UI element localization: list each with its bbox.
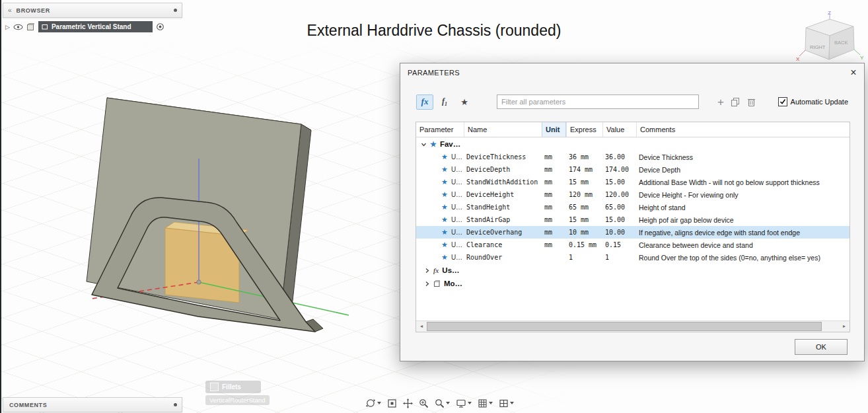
activate-component-radio-icon[interactable]	[156, 22, 164, 31]
table-row-selected[interactable]: ★U… DeviceOverhang mm 10 mm 10.00 If neg…	[416, 226, 850, 239]
param-comment[interactable]: Height of stand	[636, 204, 850, 211]
col-header-name[interactable]: Name	[464, 122, 542, 137]
dialog-title: PARAMETERS	[408, 69, 460, 77]
filter-parameters-input[interactable]	[497, 94, 699, 109]
browser-panel-header[interactable]: « BROWSER	[3, 3, 182, 18]
favorite-star-icon[interactable]: ★	[441, 216, 448, 223]
favorite-star-icon[interactable]: ★	[441, 191, 448, 198]
param-expression[interactable]: 120 mm	[566, 191, 602, 198]
copy-icon[interactable]	[731, 97, 741, 107]
table-row[interactable]: ★U… StandHeight mm 65 mm 65.00 Height of…	[416, 201, 850, 213]
visibility-eye-icon[interactable]	[13, 24, 23, 30]
favorite-star-icon[interactable]: ★	[441, 229, 448, 236]
param-comment[interactable]: Additional Base Width - will not go belo…	[636, 178, 850, 186]
zoom-button[interactable]	[419, 398, 429, 408]
param-comment[interactable]: Device Thickness	[636, 153, 850, 161]
param-expression[interactable]: 10 mm	[566, 229, 602, 236]
dropdown-caret-icon	[489, 402, 493, 404]
checkbox-checked-icon[interactable]	[778, 97, 787, 106]
table-row[interactable]: ★U… StandAirGap mm 15 mm 15.00 Heigh pof…	[416, 213, 850, 226]
row-type: U…	[451, 204, 462, 211]
favorite-star-icon[interactable]: ★	[441, 204, 448, 211]
tree-expand-icon[interactable]: ▷	[5, 24, 10, 30]
param-expression[interactable]: 174 mm	[566, 166, 602, 173]
panel-handle-icon[interactable]	[174, 403, 177, 406]
param-comment[interactable]: Device Height - For viewing only	[636, 191, 850, 199]
row-type: U…	[451, 166, 462, 173]
param-expression[interactable]: 15 mm	[566, 216, 602, 223]
favorite-star-icon[interactable]: ★	[441, 178, 448, 186]
group-row-model-parameters[interactable]: Mo…	[416, 277, 850, 290]
param-expression[interactable]: 1	[566, 254, 602, 261]
param-expression[interactable]: 15 mm	[566, 178, 602, 186]
delete-trash-icon[interactable]	[747, 97, 756, 107]
window-edge	[0, 0, 1, 413]
table-row[interactable]: ★U… Clearance mm 0.15 mm 0.15 Clearance …	[416, 239, 850, 251]
group-row-user-parameters[interactable]: fx Us…	[416, 264, 850, 277]
close-icon[interactable]: ×	[850, 67, 857, 78]
col-header-unit[interactable]: Unit	[542, 122, 566, 137]
favorite-star-icon[interactable]: ★	[441, 153, 448, 161]
group-label-favorites: Fav…	[440, 140, 460, 148]
favorites-filter-button[interactable]: ★	[456, 94, 473, 110]
automatic-update-toggle[interactable]: Automatic Update	[778, 97, 848, 106]
table-row[interactable]: ★U… DeviceHeight mm 120 mm 120.00 Device…	[416, 188, 850, 201]
horizontal-scrollbar[interactable]: ◂ ▸	[416, 320, 850, 332]
grid-icon	[478, 398, 488, 408]
param-value: 1	[602, 254, 636, 261]
viewcube[interactable]: RIGHT BACK Z X Y	[795, 9, 864, 70]
orbit-button[interactable]	[365, 398, 381, 408]
param-name: DeviceDepth	[464, 166, 542, 173]
param-name: RoundOver	[464, 254, 542, 261]
add-parameter-icon[interactable]: +	[717, 96, 724, 108]
scroll-left-icon[interactable]: ◂	[416, 321, 427, 331]
derived-parameter-button[interactable]: f1	[436, 94, 453, 110]
scroll-right-icon[interactable]: ▸	[839, 321, 850, 331]
comments-panel-header[interactable]: COMMENTS	[3, 397, 182, 412]
zoom-window-button[interactable]	[435, 398, 450, 408]
favorite-star-icon[interactable]: ★	[441, 166, 448, 173]
ok-button[interactable]: OK	[795, 339, 848, 355]
display-settings-button[interactable]	[456, 398, 472, 408]
param-expression[interactable]: 65 mm	[566, 204, 602, 211]
favorite-star-icon[interactable]: ★	[441, 254, 448, 261]
col-header-parameter[interactable]: Parameter	[416, 122, 464, 137]
param-expression[interactable]: 36 mm	[566, 153, 602, 161]
table-row[interactable]: ★U… StandWidthAddition mm 15 mm 15.00 Ad…	[416, 176, 850, 188]
pan-button[interactable]	[403, 398, 413, 408]
param-comment[interactable]: Clearance between device and stand	[636, 241, 850, 249]
viewports-button[interactable]	[499, 398, 514, 408]
param-comment[interactable]: Device Depth	[636, 166, 850, 174]
row-type: U…	[451, 191, 462, 198]
col-header-expression[interactable]: Express	[566, 122, 602, 137]
grid-settings-button[interactable]	[478, 398, 493, 408]
viewcube-z-label: Z	[828, 10, 831, 16]
zoom-window-icon	[435, 398, 445, 408]
scrollbar-thumb[interactable]	[427, 322, 822, 331]
user-parameter-fx-button[interactable]: fx	[416, 94, 433, 110]
param-unit: mm	[542, 241, 566, 248]
group-label-model: Mo…	[444, 280, 462, 287]
param-name: Clearance	[464, 241, 542, 248]
param-comment[interactable]: Heigh pof air gap below device	[636, 216, 850, 224]
col-header-comments[interactable]: Comments	[636, 122, 850, 137]
table-row[interactable]: ★U… DeviceDepth mm 174 mm 174.00 Device …	[416, 163, 850, 176]
group-row-favorites[interactable]: ★ Fav…	[416, 137, 850, 151]
dialog-titlebar[interactable]: PARAMETERS ×	[400, 63, 864, 82]
panel-handle-icon[interactable]	[174, 9, 177, 12]
param-expression[interactable]: 0.15 mm	[566, 241, 602, 248]
table-row[interactable]: ★U… DeviceThickness mm 36 mm 36.00 Devic…	[416, 151, 850, 163]
param-comment[interactable]: If negative, aligns device edge with sta…	[636, 229, 850, 237]
table-row[interactable]: ★U… RoundOver 1 1 Round Over the top of …	[416, 251, 850, 264]
fit-button[interactable]	[387, 398, 397, 408]
param-comment[interactable]: Round Over the top of the sides (0=no, a…	[636, 254, 850, 262]
param-value: 120.00	[602, 191, 636, 198]
collapse-panel-icon[interactable]: «	[8, 7, 12, 14]
param-name: DeviceThickness	[464, 153, 542, 161]
viewcube-x-label: X	[796, 56, 800, 62]
dropdown-caret-icon	[446, 402, 450, 404]
viewcube-right-label: RIGHT	[810, 44, 826, 50]
browser-item-parametric-vertical-stand[interactable]: Parametric Vertical Stand	[38, 21, 153, 32]
favorite-star-icon[interactable]: ★	[441, 241, 448, 248]
col-header-value[interactable]: Value	[602, 122, 636, 137]
